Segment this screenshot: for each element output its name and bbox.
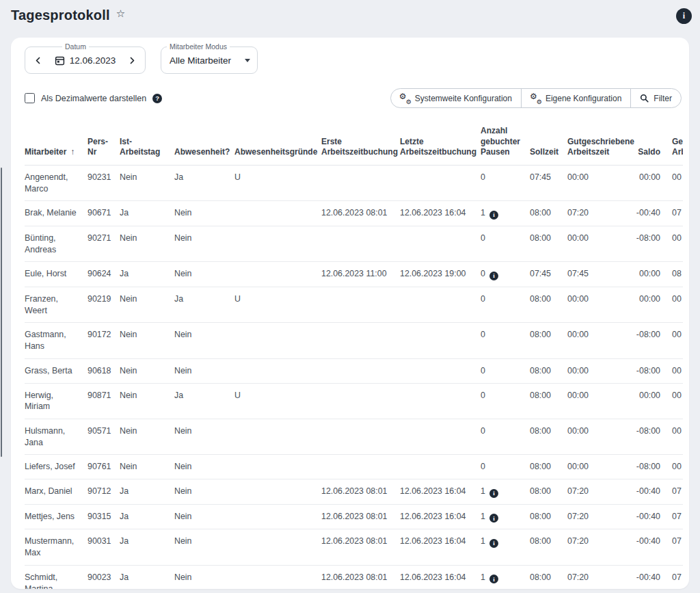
- table-cell: Liefers, Josef: [25, 455, 88, 479]
- own-config-button[interactable]: ⚙⚙ Eigene Konfiguration: [521, 89, 630, 107]
- table-cell: [234, 479, 321, 505]
- table-cell: 90031: [88, 529, 120, 565]
- column-header[interactable]: Pers-Nr: [88, 108, 120, 165]
- table-row[interactable]: Mettjes, Jens90315JaNein12.06.2023 08:01…: [25, 504, 683, 529]
- decimal-help-icon[interactable]: ?: [152, 94, 162, 103]
- table-cell: Hulsmann, Jana: [25, 419, 88, 455]
- decimal-toggle[interactable]: Als Dezimalwerte darstellen ?: [25, 93, 162, 103]
- table-row[interactable]: Angenendt, Marco90231NeinJaU007:4500:000…: [25, 165, 683, 200]
- table-row[interactable]: Franzen, Weert90219NeinJaU008:0000:0000:…: [25, 287, 683, 322]
- table-cell: 00:00: [567, 383, 629, 419]
- pauses-count: 0: [481, 330, 485, 339]
- filters-row: Datum 12.06.2023 Mitarbeiter Modus Alle …: [11, 38, 689, 74]
- employee-mode-value: Alle Mitarbeiter: [170, 55, 231, 66]
- table-cell: 08:00: [530, 323, 567, 358]
- left-scrollbar[interactable]: [1, 168, 2, 457]
- pause-info-icon[interactable]: i: [489, 211, 498, 220]
- table-row[interactable]: Marx, Daniel90712JaNein12.06.2023 08:011…: [25, 479, 683, 505]
- column-header[interactable]: Sollzeit: [530, 108, 567, 165]
- table-body: Angenendt, Marco90231NeinJaU007:4500:000…: [25, 165, 683, 589]
- table-cell: Nein: [174, 262, 234, 287]
- column-header[interactable]: Abwesenheitsgründe: [234, 108, 321, 165]
- pauses-count: 1: [481, 572, 485, 582]
- column-header[interactable]: Abwesenheit?: [174, 108, 234, 165]
- table-cell: 12.06.2023 16:04: [400, 529, 481, 565]
- column-header[interactable]: Erste Arbeitszeitbuchung: [321, 108, 400, 165]
- table-cell: Eule, Horst: [25, 262, 88, 287]
- table-cell: Nein: [174, 201, 234, 226]
- pause-info-icon[interactable]: i: [489, 514, 498, 523]
- table-row[interactable]: Eule, Horst90624JaNein12.06.2023 11:0012…: [25, 262, 683, 287]
- table-cell: 00: [660, 455, 683, 479]
- column-header[interactable]: Gebuchte Arbeitszeit: [660, 108, 683, 165]
- table-cell: Ja: [174, 383, 234, 419]
- table-row[interactable]: Herwig, Miriam90871NeinJaU008:0000:0000:…: [25, 383, 683, 419]
- table-cell: [400, 226, 481, 261]
- table-cell: 07:20: [567, 201, 629, 226]
- pause-info-icon[interactable]: i: [489, 489, 498, 498]
- table-cell: [321, 383, 400, 419]
- table-row[interactable]: Mustermann, Max90031JaNein12.06.2023 08:…: [25, 529, 683, 565]
- pauses-cell: 0: [481, 455, 530, 479]
- pauses-cell: 1i: [481, 504, 530, 529]
- table-cell: Ja: [120, 565, 174, 589]
- table-cell: 00:00: [567, 455, 629, 479]
- table-cell: [234, 504, 321, 529]
- column-header[interactable]: Mitarbeiter↑: [25, 108, 88, 165]
- table-cell: Ja: [174, 287, 234, 322]
- employee-mode-select[interactable]: Mitarbeiter Modus Alle Mitarbeiter: [161, 47, 258, 74]
- column-header[interactable]: Gutgeschriebene Arbeitszeit: [567, 108, 629, 165]
- table-row[interactable]: Schmidt, Martina90023JaNein12.06.2023 08…: [25, 565, 683, 589]
- pauses-count: 0: [481, 294, 485, 304]
- table-cell: Nein: [174, 323, 234, 358]
- column-header[interactable]: Letzte Arbeitszeitbuchung: [400, 108, 481, 165]
- pauses-count: 1: [481, 512, 485, 521]
- table-cell: 00: [660, 287, 683, 322]
- systemwide-config-button[interactable]: ⚙⚙ Systemweite Konfiguration: [391, 89, 521, 107]
- table-cell: -08:00: [629, 358, 660, 383]
- search-icon: [640, 94, 649, 103]
- pause-info-icon[interactable]: i: [489, 272, 498, 280]
- date-prev-button[interactable]: [32, 55, 44, 66]
- table-cell: [321, 419, 400, 455]
- pauses-count: 0: [481, 233, 485, 243]
- table-row[interactable]: Brak, Melanie90671JaNein12.06.2023 08:01…: [25, 201, 683, 226]
- table-row[interactable]: Gastmann, Hans90172NeinNein008:0000:00-0…: [25, 323, 683, 358]
- date-next-button[interactable]: [126, 55, 138, 66]
- calendar-icon[interactable]: [55, 55, 65, 66]
- table-scroll-area[interactable]: Mitarbeiter↑Pers-NrIst-ArbeitstagAbwesen…: [25, 108, 683, 589]
- gears-icon: ⚙⚙: [530, 94, 541, 103]
- column-header[interactable]: Ist-Arbeitstag: [120, 108, 174, 165]
- page-title: Tagesprotokoll: [11, 8, 110, 23]
- table-cell: Herwig, Miriam: [25, 383, 88, 419]
- pauses-cell: 1i: [481, 529, 530, 565]
- column-header-label: Erste Arbeitszeitbuchung: [321, 137, 398, 157]
- favorite-star-icon[interactable]: ☆: [116, 8, 125, 20]
- pause-info-icon[interactable]: i: [489, 539, 498, 548]
- pause-info-icon[interactable]: i: [489, 575, 498, 583]
- table-row[interactable]: Grass, Berta90618NeinNein008:0000:00-08:…: [25, 358, 683, 383]
- pauses-cell: 0: [481, 383, 530, 419]
- table-row[interactable]: Bünting, Andreas90271NeinNein008:0000:00…: [25, 226, 683, 261]
- table-cell: [321, 226, 400, 261]
- day-protocol-table: Mitarbeiter↑Pers-NrIst-ArbeitstagAbwesen…: [25, 108, 683, 589]
- filter-button[interactable]: Filter: [630, 89, 681, 107]
- table-cell: 08:00: [530, 287, 567, 322]
- table-cell: 00: [660, 323, 683, 358]
- table-cell: -08:00: [629, 455, 660, 479]
- table-cell: Nein: [120, 287, 174, 322]
- page-info-button[interactable]: i: [676, 8, 692, 24]
- pauses-count: 0: [481, 269, 485, 278]
- table-cell: -08:00: [629, 419, 660, 455]
- table-row[interactable]: Liefers, Josef90761NeinNein008:0000:00-0…: [25, 455, 683, 479]
- table-cell: 12.06.2023 08:01: [321, 504, 400, 529]
- table-row[interactable]: Hulsmann, Jana90571NeinNein008:0000:00-0…: [25, 419, 683, 455]
- date-value[interactable]: 12.06.2023: [70, 55, 116, 66]
- table-cell: Nein: [174, 419, 234, 455]
- table-cell: Nein: [120, 419, 174, 455]
- decimal-checkbox[interactable]: [25, 93, 35, 103]
- table-cell: [321, 287, 400, 322]
- table-cell: 90624: [88, 262, 120, 287]
- column-header[interactable]: Anzahl gebuchter Pausen: [481, 108, 530, 165]
- table-cell: Nein: [174, 479, 234, 505]
